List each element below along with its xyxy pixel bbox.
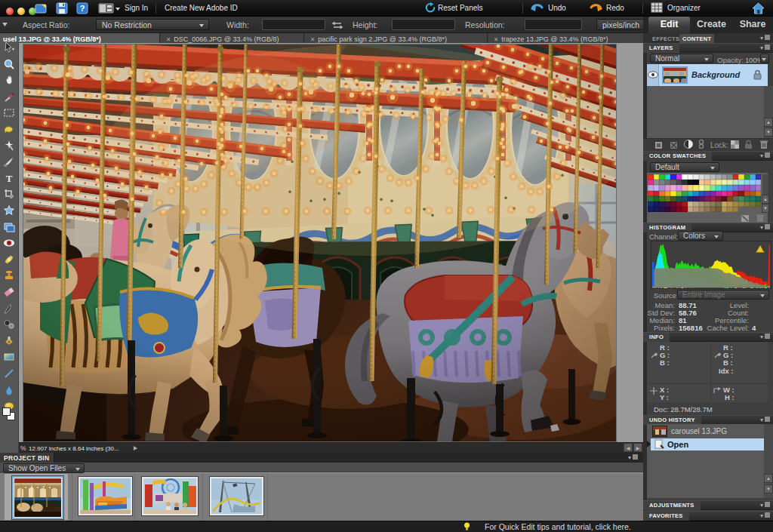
- svg-text:?: ?: [80, 4, 85, 13]
- svg-text:!: !: [762, 246, 764, 251]
- svg-text:T: T: [6, 173, 13, 184]
